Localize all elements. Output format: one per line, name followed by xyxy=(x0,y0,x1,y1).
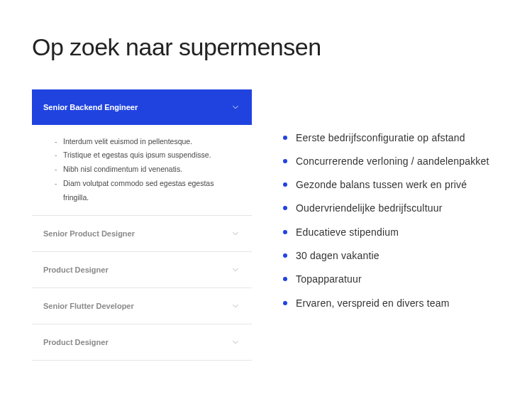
benefit-item: Topapparatuur xyxy=(280,272,500,286)
benefits-panel: Eerste bedrijfsconfiguratie op afstandCo… xyxy=(280,89,500,361)
page-title: Op zoek naar supermensen xyxy=(32,32,500,62)
accordion-title: Senior Flutter Developer xyxy=(43,302,134,310)
accordion-item: Product Designer xyxy=(32,324,252,361)
chevron-down-icon xyxy=(231,102,240,112)
benefit-item: Oudervriendelijke bedrijfscultuur xyxy=(280,201,500,215)
accordion-item: Senior Product Designer xyxy=(32,216,252,252)
accordion-header[interactable]: Senior Product Designer xyxy=(32,216,252,251)
accordion-header[interactable]: Product Designer xyxy=(32,324,252,360)
chevron-down-icon xyxy=(231,301,240,311)
benefit-item: Concurrerende verloning / aandelenpakket xyxy=(280,154,500,168)
content-columns: Senior Backend EngineerInterdum velit eu… xyxy=(32,89,500,361)
accordion-header[interactable]: Senior Flutter Developer xyxy=(32,288,252,324)
chevron-down-icon xyxy=(231,337,240,347)
accordion-title: Senior Backend Engineer xyxy=(43,103,138,111)
list-item: Nibh nisl condimentum id venenatis. xyxy=(55,163,240,177)
list-item: Diam volutpat commodo sed egestas egesta… xyxy=(55,177,240,205)
accordion-header[interactable]: Product Designer xyxy=(32,252,252,288)
benefit-item: Educatieve stipendium xyxy=(280,225,500,239)
benefit-item: Eerste bedrijfsconfiguratie op afstand xyxy=(280,131,500,145)
chevron-down-icon xyxy=(231,265,240,275)
accordion-title: Senior Product Designer xyxy=(43,229,135,238)
benefit-item: Gezonde balans tussen werk en privé xyxy=(280,177,500,192)
list-item: Interdum velit euismod in pellentesque. xyxy=(55,135,240,149)
accordion-panel: Senior Backend EngineerInterdum velit eu… xyxy=(32,89,252,361)
chevron-down-icon xyxy=(231,229,240,239)
accordion-item: Senior Flutter Developer xyxy=(32,288,252,324)
accordion-body: Interdum velit euismod in pellentesque.T… xyxy=(32,125,252,216)
accordion-title: Product Designer xyxy=(43,266,109,274)
accordion-title: Product Designer xyxy=(43,338,109,346)
benefits-list: Eerste bedrijfsconfiguratie op afstandCo… xyxy=(280,131,500,310)
accordion-item: Product Designer xyxy=(32,252,252,288)
accordion-item: Senior Backend EngineerInterdum velit eu… xyxy=(32,89,252,217)
list-item: Tristique et egestas quis ipsum suspendi… xyxy=(55,148,240,163)
accordion-header[interactable]: Senior Backend Engineer xyxy=(32,89,252,125)
benefit-item: 30 dagen vakantie xyxy=(280,248,500,263)
benefit-item: Ervaren, verspreid en divers team xyxy=(280,296,500,310)
